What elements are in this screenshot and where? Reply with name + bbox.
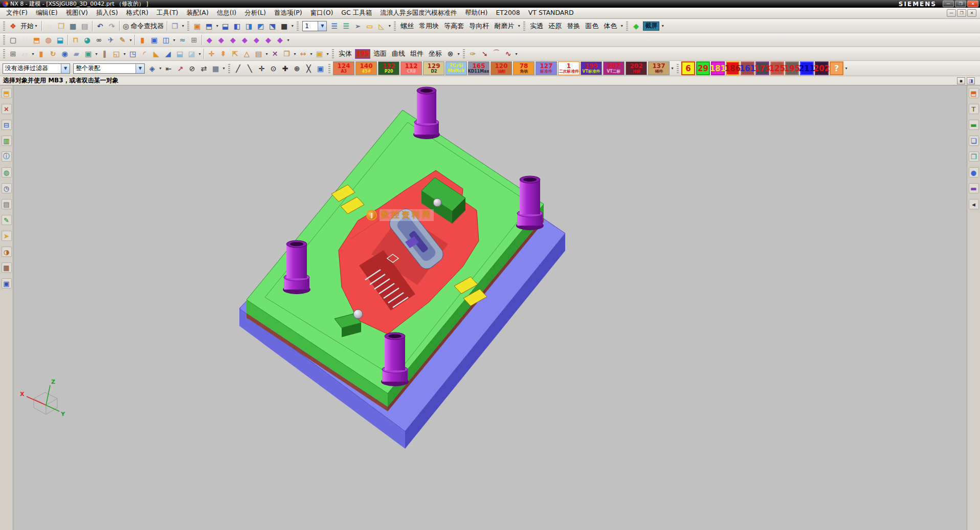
- selection-scope-combo[interactable]: 整个装配▼: [73, 63, 145, 74]
- layer-29-chip[interactable]: 29: [696, 61, 710, 75]
- toolbar-grip[interactable]: [677, 64, 679, 73]
- start-button[interactable]: 开始▾: [19, 21, 40, 31]
- move-face-icon[interactable]: ✛: [206, 49, 217, 59]
- extrude-block-icon[interactable]: ⬒: [31, 35, 42, 46]
- selection-filter-combo-arrow[interactable]: ▼: [61, 64, 70, 73]
- arc-curve-icon[interactable]: ⌒: [491, 49, 502, 59]
- guide-pillar-west[interactable]: [283, 240, 310, 294]
- spline-curve-icon[interactable]: ∿: [503, 49, 514, 59]
- selection-filter-combo[interactable]: 没有选择过滤器▼: [3, 63, 70, 74]
- assembly-config-7-icon[interactable]: ◆: [275, 35, 285, 46]
- measure-dropdown[interactable]: ▾: [387, 24, 392, 28]
- snap-endpoint-icon[interactable]: ╱: [233, 63, 243, 74]
- hd3d-tool-tab[interactable]: ⓘ: [2, 151, 12, 162]
- wizard-tab[interactable]: ➤: [2, 231, 12, 241]
- menu-item[interactable]: 视图(V): [62, 8, 92, 18]
- menu-item[interactable]: 窗口(O): [306, 8, 338, 18]
- sphere-tool-tab[interactable]: ●: [969, 167, 979, 178]
- pattern-feature-icon[interactable]: ∥: [99, 49, 110, 59]
- component-tool-tab[interactable]: ❏: [969, 136, 979, 146]
- wave-link-icon[interactable]: ≈: [177, 35, 188, 46]
- delete-face-icon[interactable]: △: [241, 49, 252, 59]
- cut-face-icon[interactable]: ✕: [270, 49, 280, 59]
- edit-object-icon[interactable]: ✎: [117, 35, 128, 46]
- redo-icon[interactable]: ↷: [106, 20, 117, 31]
- mdi-close-button[interactable]: ✕: [967, 9, 976, 17]
- view-isometric-icon[interactable]: ⬓: [220, 20, 231, 31]
- layer-7crsi-chip[interactable]: 7CrSiMnMoV: [446, 61, 467, 75]
- menu-item[interactable]: 首选项(P): [270, 8, 306, 18]
- highlight-related-icon[interactable]: ◈: [147, 63, 158, 74]
- find-component-icon[interactable]: ∞: [94, 35, 104, 46]
- shaded-solid-icon[interactable]: ⬓: [55, 35, 65, 46]
- selection-scope-combo-arrow[interactable]: ▼: [136, 64, 144, 73]
- view-wireframe-icon[interactable]: ⬔: [267, 20, 278, 31]
- nx-logo-icon[interactable]: ❖: [8, 20, 18, 31]
- undo-icon[interactable]: ↶: [95, 20, 105, 31]
- wear-plate-button[interactable]: 耐磨片: [492, 21, 517, 31]
- restore-button[interactable]: ❐: [955, 1, 966, 7]
- face-filter-button[interactable]: 选面: [371, 49, 389, 58]
- curve-filter-button[interactable]: 曲线: [389, 49, 408, 58]
- number-layers-dropdown[interactable]: ▾: [844, 66, 849, 71]
- edit-dropdown[interactable]: ▾: [128, 38, 133, 42]
- menu-item[interactable]: GC 工具箱: [337, 8, 376, 18]
- paste-icon[interactable]: ❐: [169, 20, 180, 31]
- new-file-icon[interactable]: ▯: [44, 20, 55, 31]
- menu-item[interactable]: 流浪人异乡国度汽模标准件: [376, 8, 461, 18]
- toolbar-grip[interactable]: [297, 21, 299, 31]
- toolbar-grip[interactable]: [187, 21, 189, 31]
- layer-137-chip[interactable]: 137铸件: [648, 61, 670, 75]
- hole-icon[interactable]: ◉: [59, 49, 70, 59]
- toolbar-grip[interactable]: [626, 21, 628, 31]
- snap-cross-icon[interactable]: ╳: [303, 63, 314, 74]
- layer-195-gray-chip[interactable]: 195: [785, 61, 799, 75]
- layer-129-d2-chip[interactable]: 129D2: [423, 61, 444, 75]
- diamond-tool-icon[interactable]: ◆: [631, 20, 641, 31]
- common-block-button[interactable]: 常用块: [416, 21, 441, 31]
- offset-region-icon[interactable]: ⇱: [230, 49, 240, 59]
- work-layer-combo-arrow[interactable]: ▼: [318, 21, 326, 31]
- point-set-icon[interactable]: ◕: [82, 35, 93, 46]
- view-orient-icon[interactable]: ⬒: [204, 20, 214, 31]
- ball-catch-1[interactable]: [433, 198, 441, 207]
- height-sleeve-button[interactable]: 等高套: [441, 21, 466, 31]
- menu-item[interactable]: 信息(I): [213, 8, 240, 18]
- trim-body-icon[interactable]: ◪: [186, 49, 197, 59]
- shaded-display-icon[interactable]: ■: [279, 20, 289, 31]
- menu-item[interactable]: 工具(T): [152, 8, 182, 18]
- menu-item[interactable]: 分析(L): [240, 8, 270, 18]
- mirror-dropdown[interactable]: ▾: [172, 38, 176, 42]
- section-tool-tab[interactable]: ▬: [969, 120, 979, 130]
- split-view-icon[interactable]: ◨: [967, 77, 975, 84]
- guide-pillar-north[interactable]: [413, 87, 440, 139]
- replace-button[interactable]: 替换: [564, 21, 583, 31]
- snap-point-icon[interactable]: ⊕: [292, 63, 302, 74]
- edge-blend-icon[interactable]: ◜: [139, 49, 150, 59]
- copy-face-icon[interactable]: ❐: [281, 49, 292, 59]
- marquee-select-icon[interactable]: ▢: [8, 35, 18, 46]
- minimize-button[interactable]: —: [943, 1, 954, 7]
- system-scenes-tab[interactable]: ▦: [2, 262, 12, 273]
- grid-filter-dropdown[interactable]: ▾: [221, 66, 226, 71]
- interpart-link-icon[interactable]: ⊞: [189, 35, 199, 46]
- sheet-body-icon[interactable]: ▱: [19, 35, 30, 46]
- revolve-icon[interactable]: ↻: [48, 49, 58, 59]
- toolbar-grip[interactable]: [3, 21, 5, 31]
- view-right-icon[interactable]: ◩: [255, 20, 266, 31]
- layer-124-a3-chip[interactable]: 124A3: [333, 61, 354, 75]
- cyan-tool-tab[interactable]: ❐: [969, 151, 979, 162]
- boolean-dropdown[interactable]: ▾: [122, 52, 127, 56]
- ball-catch-2[interactable]: [353, 310, 363, 319]
- layer-127-chip[interactable]: 127标准件: [536, 61, 557, 75]
- guide-rod-button[interactable]: 导向杆: [466, 21, 492, 31]
- menu-item[interactable]: 文件(F): [2, 8, 32, 18]
- pocket-icon[interactable]: ▣: [83, 49, 94, 59]
- workbench-icon[interactable]: ⊓: [70, 35, 81, 46]
- layer-120-chip[interactable]: 120油刚: [491, 61, 512, 75]
- move-component-icon[interactable]: ✈: [105, 35, 116, 46]
- assembly-config-6-icon[interactable]: ◆: [263, 35, 274, 46]
- assembly-config-2-icon[interactable]: ◆: [216, 35, 227, 46]
- command-finder-button[interactable]: ◎命令查找器: [121, 21, 165, 31]
- assembly-config-4-icon[interactable]: ◆: [239, 35, 250, 46]
